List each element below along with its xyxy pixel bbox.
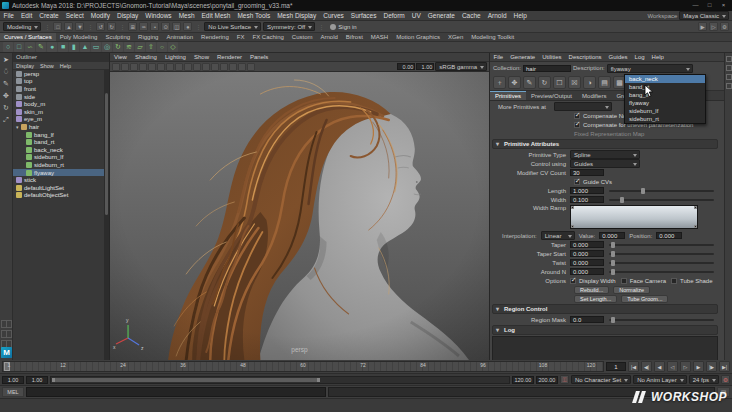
outliner-item-hair[interactable]: ▾hair <box>13 123 104 131</box>
copy-guide-icon[interactable]: ☐ <box>553 76 566 89</box>
tab-modifiers[interactable]: Modifiers <box>577 91 611 100</box>
range-slider[interactable] <box>50 376 510 384</box>
boundary-icon[interactable]: ◇ <box>168 42 178 52</box>
outliner-item-sideburn-rt[interactable]: sideburn_rt <box>13 161 104 169</box>
outliner-item-default-object-set[interactable]: defaultObjectSet <box>13 192 104 200</box>
flood-icon[interactable]: ◑ <box>583 76 596 89</box>
go-to-start-icon[interactable]: |◀ <box>628 361 639 372</box>
cv-count-field[interactable]: 30 <box>570 169 604 176</box>
tube-groom-button[interactable]: Tube Groom... <box>621 295 668 303</box>
width-field[interactable]: 0.100 <box>570 196 604 203</box>
select-camera-icon[interactable] <box>112 63 120 71</box>
viewport-menu-lighting[interactable]: Lighting <box>161 53 190 61</box>
menu-display[interactable]: Display <box>113 11 141 21</box>
play-forwards-icon[interactable]: ▷ <box>680 361 691 372</box>
play-backwards-icon[interactable]: ◁ <box>667 361 678 372</box>
depth-of-field-icon[interactable] <box>247 63 255 71</box>
sculpt-guide-icon[interactable]: ✎ <box>523 76 536 89</box>
viewport-canvas[interactable]: x y z persp <box>110 72 489 360</box>
move-guide-icon[interactable]: ✥ <box>508 76 521 89</box>
menu-mesh[interactable]: Mesh <box>175 11 198 21</box>
outliner-item-sideburn-lf[interactable]: sideburn_lf <box>13 154 104 162</box>
nurbs-cube-icon[interactable]: ■ <box>58 42 68 52</box>
redo-icon[interactable]: ↻ <box>107 22 116 31</box>
ipr-render-icon[interactable]: ▷ <box>709 22 718 31</box>
width-ramp-widget[interactable] <box>570 205 698 229</box>
birail-icon[interactable]: ⌔ <box>157 42 167 52</box>
outliner-item-skin[interactable]: skin_m <box>13 108 104 116</box>
shelf-tab-fx-caching[interactable]: FX Caching <box>248 33 287 41</box>
time-slider-track[interactable]: 1 12 24 36 48 60 72 84 96 108 120 <box>2 361 604 372</box>
channel-box-icon[interactable] <box>726 74 732 80</box>
width-slider[interactable] <box>609 199 714 201</box>
shelf-tab-fx[interactable]: FX <box>233 33 249 41</box>
rebuild-button[interactable]: Rebuild... <box>574 286 609 294</box>
motion-blur-icon[interactable] <box>229 63 237 71</box>
xgen-menu-log[interactable]: Log <box>631 53 648 61</box>
ep-curve-icon[interactable]: ∽ <box>25 42 35 52</box>
outliner-item-stick[interactable]: stick <box>13 176 104 184</box>
menu-modify[interactable]: Modify <box>87 11 113 21</box>
shelf-tab-poly-modeling[interactable]: Poly Modeling <box>56 33 102 41</box>
select-tool-icon[interactable]: ➤ <box>1 54 12 65</box>
scale-tool-icon[interactable]: ⤢ <box>1 114 12 125</box>
description-option-back-neck[interactable]: back_neck <box>625 75 705 83</box>
xgen-menu-utilities[interactable]: Utilities <box>539 53 565 61</box>
convert-guide-icon[interactable]: ↻ <box>538 76 551 89</box>
move-tool-icon[interactable]: ✥ <box>1 90 12 101</box>
multisampling-icon[interactable] <box>238 63 246 71</box>
mel-toggle[interactable]: MEL <box>2 387 24 397</box>
xgen-menu-generate[interactable]: Generate <box>507 53 539 61</box>
lights-icon[interactable] <box>202 63 210 71</box>
shadows-icon[interactable] <box>211 63 219 71</box>
step-forward-key-icon[interactable]: |▶ <box>706 361 717 372</box>
nurbs-square-icon[interactable]: □ <box>14 42 24 52</box>
menu-edit[interactable]: Edit <box>17 11 35 21</box>
length-field[interactable]: 1.000 <box>570 187 604 194</box>
shelf-tab-curves-surfaces[interactable]: Curves / Surfaces <box>0 33 56 41</box>
menu-uv[interactable]: UV <box>408 11 424 21</box>
screen-space-ao-icon[interactable] <box>220 63 228 71</box>
more-primitives-selector[interactable] <box>554 102 612 111</box>
attribute-editor-icon[interactable] <box>726 56 732 62</box>
outliner-item-flyaway[interactable]: flyaway <box>13 169 104 177</box>
symmetry-selector[interactable]: Symmetry: Off <box>263 22 315 31</box>
interpolation-selector[interactable]: Linear <box>541 231 575 240</box>
taper-field[interactable]: 0.000 <box>570 241 604 248</box>
snap-to-grid-icon[interactable]: ⊞ <box>128 22 137 31</box>
compensate-uneven-checkbox[interactable] <box>574 122 580 128</box>
workspace-selector[interactable]: Maya Classic <box>679 11 729 20</box>
wireframe-icon[interactable] <box>175 63 183 71</box>
viewport-menu-panels[interactable]: Panels <box>246 53 272 61</box>
shelf-tab-sculpting[interactable]: Sculpting <box>101 33 134 41</box>
outliner-menu-help[interactable]: Help <box>57 62 74 69</box>
loft-icon[interactable]: ≋ <box>124 42 134 52</box>
tab-primitives[interactable]: Primitives <box>490 91 526 100</box>
playback-options-icon[interactable]: ⚙ <box>721 375 730 384</box>
anim-layer-selector[interactable]: No Anim Layer <box>633 375 686 384</box>
menu-cache[interactable]: Cache <box>458 11 484 21</box>
xgen-menu-file[interactable]: File <box>490 53 507 61</box>
shelf-tab-mash[interactable]: MASH <box>367 33 392 41</box>
snap-to-point-icon[interactable]: • <box>150 22 159 31</box>
character-set-selector[interactable]: No Character Set <box>571 375 631 384</box>
region-control-section[interactable]: Region Control <box>492 304 718 314</box>
outliner-item-eye[interactable]: eye_m <box>13 116 104 124</box>
snap-to-projected-center-icon[interactable]: ⊙ <box>161 22 170 31</box>
two-pane-layout-button[interactable] <box>1 330 12 338</box>
control-using-selector[interactable]: Guides <box>570 159 640 168</box>
outliner-item-persp[interactable]: persp <box>13 70 104 78</box>
auto-keyframe-icon[interactable]: ⚿ <box>560 375 569 384</box>
snap-to-curve-icon[interactable]: ⋍ <box>139 22 148 31</box>
tool-settings-icon[interactable] <box>726 65 732 71</box>
display-width-checkbox[interactable] <box>570 278 576 284</box>
menu-mesh-tools[interactable]: Mesh Tools <box>234 11 274 21</box>
shelf-tab-animation[interactable]: Animation <box>162 33 197 41</box>
twist-field[interactable]: 0.000 <box>570 259 604 266</box>
outliner-item-bang-lf[interactable]: bang_lf <box>13 131 104 139</box>
step-forward-frame-icon[interactable]: ▶ <box>693 361 704 372</box>
shelf-tab-bifrost[interactable]: Bifrost <box>342 33 367 41</box>
bookmarks-icon[interactable] <box>139 63 147 71</box>
viewport-menu-view[interactable]: View <box>110 53 131 61</box>
nurbs-sphere-icon[interactable]: ● <box>47 42 57 52</box>
